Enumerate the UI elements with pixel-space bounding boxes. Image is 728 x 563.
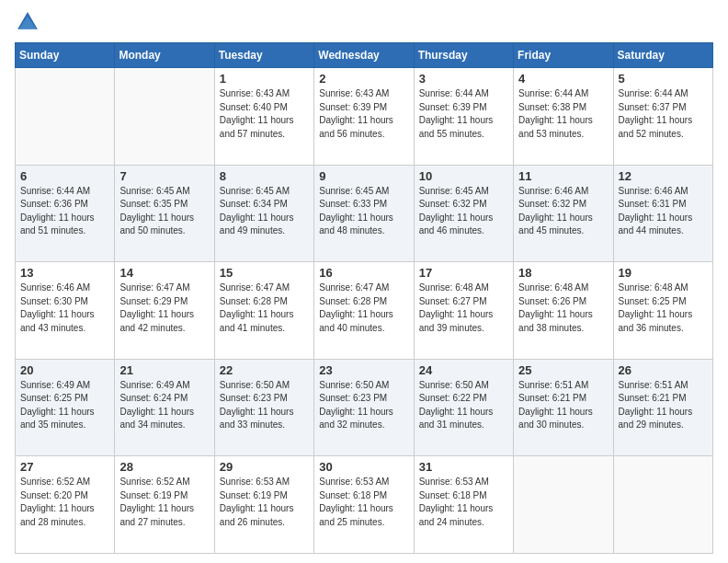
day-info: Sunrise: 6:51 AM Sunset: 6:21 PM Dayligh… (518, 379, 608, 432)
day-info: Sunrise: 6:44 AM Sunset: 6:37 PM Dayligh… (619, 87, 708, 141)
day-number: 9 (319, 169, 408, 183)
day-info: Sunrise: 6:45 AM Sunset: 6:34 PM Dayligh… (220, 185, 309, 238)
day-number: 2 (319, 72, 408, 86)
calendar-cell: 19Sunrise: 6:48 AM Sunset: 6:25 PM Dayli… (613, 262, 712, 360)
logo (15, 9, 44, 35)
day-info: Sunrise: 6:44 AM Sunset: 6:38 PM Dayligh… (518, 87, 608, 141)
day-number: 16 (319, 266, 408, 280)
day-number: 1 (220, 72, 309, 86)
calendar-cell: 16Sunrise: 6:47 AM Sunset: 6:28 PM Dayli… (314, 262, 414, 360)
day-info: Sunrise: 6:49 AM Sunset: 6:25 PM Dayligh… (20, 379, 109, 432)
calendar-cell (514, 456, 613, 554)
day-number: 5 (619, 72, 708, 86)
calendar-cell: 20Sunrise: 6:49 AM Sunset: 6:25 PM Dayli… (16, 359, 115, 456)
calendar-cell: 8Sunrise: 6:45 AM Sunset: 6:34 PM Daylig… (214, 165, 313, 262)
weekday-header-row: SundayMondayTuesdayWednesdayThursdayFrid… (16, 43, 713, 68)
day-number: 7 (119, 169, 209, 183)
calendar-cell: 18Sunrise: 6:48 AM Sunset: 6:26 PM Dayli… (514, 262, 613, 360)
calendar-cell: 22Sunrise: 6:50 AM Sunset: 6:23 PM Dayli… (214, 359, 313, 456)
calendar-cell: 24Sunrise: 6:50 AM Sunset: 6:22 PM Dayli… (414, 359, 513, 456)
day-info: Sunrise: 6:48 AM Sunset: 6:26 PM Dayligh… (518, 282, 608, 335)
weekday-header-tuesday: Tuesday (214, 43, 313, 68)
logo-icon (15, 9, 40, 35)
day-info: Sunrise: 6:47 AM Sunset: 6:29 PM Dayligh… (119, 282, 209, 335)
day-number: 17 (419, 266, 508, 280)
calendar-cell (115, 68, 214, 166)
header (15, 9, 713, 35)
day-info: Sunrise: 6:50 AM Sunset: 6:23 PM Dayligh… (319, 379, 408, 432)
calendar-cell: 15Sunrise: 6:47 AM Sunset: 6:28 PM Dayli… (214, 262, 313, 360)
day-number: 4 (518, 72, 608, 86)
day-info: Sunrise: 6:46 AM Sunset: 6:31 PM Dayligh… (619, 185, 708, 238)
day-number: 26 (619, 363, 708, 377)
day-number: 14 (119, 266, 209, 280)
day-info: Sunrise: 6:47 AM Sunset: 6:28 PM Dayligh… (319, 282, 408, 335)
day-info: Sunrise: 6:44 AM Sunset: 6:39 PM Dayligh… (419, 87, 508, 141)
day-info: Sunrise: 6:52 AM Sunset: 6:19 PM Dayligh… (119, 476, 209, 529)
calendar-cell: 13Sunrise: 6:46 AM Sunset: 6:30 PM Dayli… (16, 262, 115, 360)
calendar-cell: 12Sunrise: 6:46 AM Sunset: 6:31 PM Dayli… (613, 165, 712, 262)
day-info: Sunrise: 6:43 AM Sunset: 6:40 PM Dayligh… (220, 87, 309, 141)
calendar-cell: 17Sunrise: 6:48 AM Sunset: 6:27 PM Dayli… (414, 262, 513, 360)
day-number: 24 (419, 363, 508, 377)
calendar-cell (16, 68, 115, 166)
page: SundayMondayTuesdayWednesdayThursdayFrid… (0, 0, 728, 563)
calendar-cell: 28Sunrise: 6:52 AM Sunset: 6:19 PM Dayli… (115, 456, 214, 554)
calendar-cell: 30Sunrise: 6:53 AM Sunset: 6:18 PM Dayli… (314, 456, 414, 554)
calendar-cell: 11Sunrise: 6:46 AM Sunset: 6:32 PM Dayli… (514, 165, 613, 262)
calendar-cell: 3Sunrise: 6:44 AM Sunset: 6:39 PM Daylig… (414, 68, 513, 166)
day-number: 22 (220, 363, 309, 377)
calendar-cell: 5Sunrise: 6:44 AM Sunset: 6:37 PM Daylig… (613, 68, 712, 166)
day-info: Sunrise: 6:45 AM Sunset: 6:32 PM Dayligh… (419, 185, 508, 238)
day-info: Sunrise: 6:44 AM Sunset: 6:36 PM Dayligh… (20, 185, 109, 238)
calendar-cell: 25Sunrise: 6:51 AM Sunset: 6:21 PM Dayli… (514, 359, 613, 456)
calendar-cell: 1Sunrise: 6:43 AM Sunset: 6:40 PM Daylig… (214, 68, 313, 166)
calendar-cell: 29Sunrise: 6:53 AM Sunset: 6:19 PM Dayli… (214, 456, 313, 554)
weekday-header-sunday: Sunday (16, 43, 115, 68)
day-number: 15 (220, 266, 309, 280)
week-row-2: 6Sunrise: 6:44 AM Sunset: 6:36 PM Daylig… (16, 165, 713, 262)
calendar-cell (613, 456, 712, 554)
day-number: 20 (20, 363, 109, 377)
day-number: 28 (119, 460, 209, 474)
week-row-4: 20Sunrise: 6:49 AM Sunset: 6:25 PM Dayli… (16, 359, 713, 456)
calendar-table: SundayMondayTuesdayWednesdayThursdayFrid… (15, 42, 713, 554)
day-number: 25 (518, 363, 608, 377)
day-number: 10 (419, 169, 508, 183)
calendar-cell: 4Sunrise: 6:44 AM Sunset: 6:38 PM Daylig… (514, 68, 613, 166)
weekday-header-thursday: Thursday (414, 43, 513, 68)
day-number: 6 (20, 169, 109, 183)
day-info: Sunrise: 6:51 AM Sunset: 6:21 PM Dayligh… (619, 379, 708, 432)
day-info: Sunrise: 6:53 AM Sunset: 6:18 PM Dayligh… (319, 476, 408, 529)
day-number: 3 (419, 72, 508, 86)
weekday-header-wednesday: Wednesday (314, 43, 414, 68)
day-info: Sunrise: 6:46 AM Sunset: 6:30 PM Dayligh… (20, 282, 109, 335)
day-number: 31 (419, 460, 508, 474)
calendar-cell: 31Sunrise: 6:53 AM Sunset: 6:18 PM Dayli… (414, 456, 513, 554)
day-info: Sunrise: 6:45 AM Sunset: 6:33 PM Dayligh… (319, 185, 408, 238)
day-number: 8 (220, 169, 309, 183)
day-info: Sunrise: 6:52 AM Sunset: 6:20 PM Dayligh… (20, 476, 109, 529)
day-number: 29 (220, 460, 309, 474)
week-row-3: 13Sunrise: 6:46 AM Sunset: 6:30 PM Dayli… (16, 262, 713, 360)
day-number: 30 (319, 460, 408, 474)
day-info: Sunrise: 6:45 AM Sunset: 6:35 PM Dayligh… (119, 185, 209, 238)
week-row-5: 27Sunrise: 6:52 AM Sunset: 6:20 PM Dayli… (16, 456, 713, 554)
day-info: Sunrise: 6:50 AM Sunset: 6:22 PM Dayligh… (419, 379, 508, 432)
day-number: 27 (20, 460, 109, 474)
day-number: 21 (119, 363, 209, 377)
day-number: 11 (518, 169, 608, 183)
day-number: 19 (619, 266, 708, 280)
calendar-cell: 9Sunrise: 6:45 AM Sunset: 6:33 PM Daylig… (314, 165, 414, 262)
week-row-1: 1Sunrise: 6:43 AM Sunset: 6:40 PM Daylig… (16, 68, 713, 166)
day-info: Sunrise: 6:53 AM Sunset: 6:19 PM Dayligh… (220, 476, 309, 529)
day-info: Sunrise: 6:48 AM Sunset: 6:25 PM Dayligh… (619, 282, 708, 335)
day-number: 13 (20, 266, 109, 280)
calendar-cell: 7Sunrise: 6:45 AM Sunset: 6:35 PM Daylig… (115, 165, 214, 262)
day-info: Sunrise: 6:47 AM Sunset: 6:28 PM Dayligh… (220, 282, 309, 335)
day-number: 23 (319, 363, 408, 377)
weekday-header-monday: Monday (115, 43, 214, 68)
calendar-cell: 6Sunrise: 6:44 AM Sunset: 6:36 PM Daylig… (16, 165, 115, 262)
calendar-cell: 14Sunrise: 6:47 AM Sunset: 6:29 PM Dayli… (115, 262, 214, 360)
day-info: Sunrise: 6:43 AM Sunset: 6:39 PM Dayligh… (319, 87, 408, 141)
